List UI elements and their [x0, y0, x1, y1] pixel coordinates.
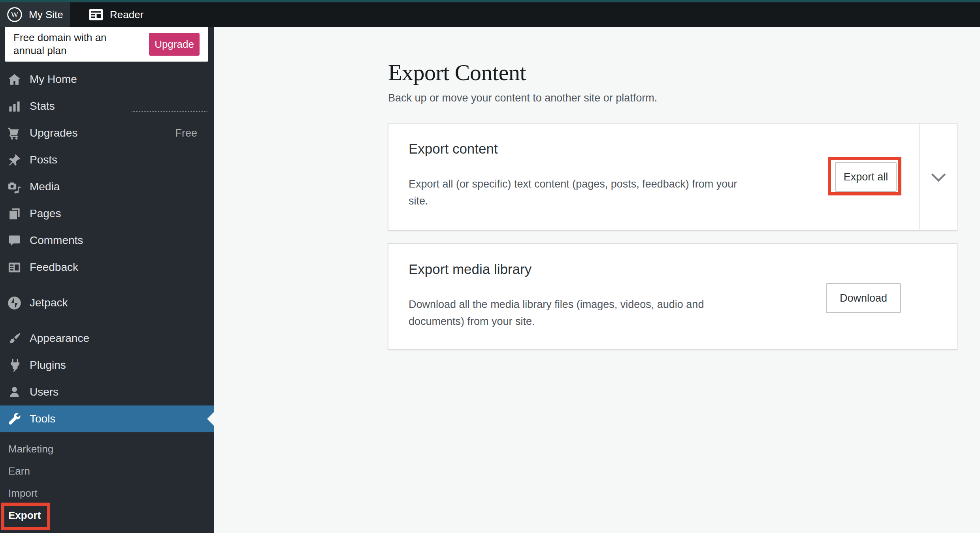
home-icon [7, 72, 22, 87]
stats-icon [7, 99, 22, 114]
sidebar-item-posts[interactable]: Posts [0, 146, 214, 173]
card-description: Download all the media library files (im… [409, 296, 756, 330]
export-all-button[interactable]: Export all [835, 162, 897, 192]
sidebar-item-pages[interactable]: Pages [0, 200, 214, 227]
feedback-form-icon [7, 260, 22, 275]
plug-icon [7, 358, 22, 373]
plan-badge: Free [175, 127, 197, 139]
jetpack-bolt-icon [7, 296, 22, 310]
sidebar-item-comments[interactable]: Comments [0, 227, 214, 254]
sidebar-item-label: Pages [30, 207, 61, 220]
media-icon [7, 180, 22, 194]
download-button[interactable]: Download [826, 283, 901, 313]
card-description: Export all (or specific) text content (p… [409, 176, 756, 210]
wrench-icon [7, 412, 22, 426]
sidebar-item-label: Appearance [30, 332, 89, 345]
sidebar-item-label: Upgrades [30, 127, 77, 139]
upgrade-button[interactable]: Upgrade [149, 33, 200, 56]
submenu-item-marketing[interactable]: Marketing [0, 438, 214, 460]
sidebar-item-label: Users [30, 386, 58, 398]
masterbar-reader[interactable]: Reader [79, 2, 153, 27]
tools-submenu: Marketing Earn Import Export [0, 438, 214, 526]
sidebar-item-label: Feedback [30, 261, 78, 274]
pages-icon [7, 206, 22, 221]
reader-icon [89, 8, 104, 21]
sidebar: Free domain with an annual plan Upgrade … [0, 27, 214, 533]
wordpress-logo-icon: W [7, 7, 23, 23]
sidebar-item-label: My Home [30, 73, 77, 86]
export-content-card: Export content Export all (or specific) … [388, 123, 957, 231]
upsell-banner-text: Free domain with an annual plan [13, 31, 120, 57]
stats-sparkline-placeholder [132, 111, 207, 112]
sidebar-item-label: Plugins [30, 359, 66, 372]
sidebar-item-label: Posts [30, 154, 57, 166]
card-heading: Export content [409, 141, 498, 157]
sidebar-item-plugins[interactable]: Plugins [0, 352, 214, 379]
masterbar-my-site[interactable]: W My Site [0, 2, 70, 27]
sidebar-item-my-home[interactable]: My Home [0, 66, 214, 93]
sidebar-item-label: Stats [30, 100, 55, 113]
sidebar-item-label: Media [30, 180, 60, 193]
masterbar: W My Site Reader [0, 2, 980, 27]
svg-text:W: W [11, 10, 19, 19]
sidebar-item-users[interactable]: Users [0, 379, 214, 405]
sidebar-item-jetpack[interactable]: Jetpack [0, 289, 214, 316]
upsell-banner: Free domain with an annual plan Upgrade [5, 27, 208, 62]
chevron-down-icon [931, 173, 946, 182]
export-media-card: Export media library Download all the me… [388, 243, 957, 350]
submenu-item-earn[interactable]: Earn [0, 460, 214, 482]
paintbrush-icon [7, 331, 22, 346]
page-subtitle: Back up or move your content to another … [388, 92, 657, 104]
pushpin-icon [7, 153, 22, 167]
sidebar-item-media[interactable]: Media [0, 173, 214, 200]
sidebar-item-feedback[interactable]: Feedback [0, 254, 214, 281]
submenu-item-export[interactable]: Export [0, 504, 214, 526]
sidebar-item-label: Tools [30, 413, 55, 425]
comment-bubble-icon [7, 233, 22, 248]
sidebar-menu: My Home Stats Upgrades Free [0, 66, 214, 432]
card-divider [919, 124, 920, 230]
sidebar-item-stats[interactable]: Stats [0, 93, 214, 120]
wordpress-admin-screen: W My Site Reader Free domain with an ann… [0, 0, 980, 533]
selected-menu-arrow [207, 412, 214, 426]
masterbar-reader-label: Reader [110, 9, 143, 21]
cart-icon [7, 126, 22, 141]
card-heading: Export media library [409, 261, 531, 277]
sidebar-item-label: Comments [30, 234, 83, 247]
sidebar-item-appearance[interactable]: Appearance [0, 325, 214, 352]
person-icon [7, 385, 22, 400]
expand-card-button[interactable] [929, 170, 948, 185]
masterbar-my-site-label: My Site [29, 9, 63, 21]
sidebar-item-upgrades[interactable]: Upgrades Free [0, 120, 214, 146]
sidebar-item-tools[interactable]: Tools [0, 405, 214, 432]
submenu-item-import[interactable]: Import [0, 482, 214, 504]
page-title: Export Content [388, 59, 526, 86]
sidebar-item-label: Jetpack [30, 297, 68, 309]
